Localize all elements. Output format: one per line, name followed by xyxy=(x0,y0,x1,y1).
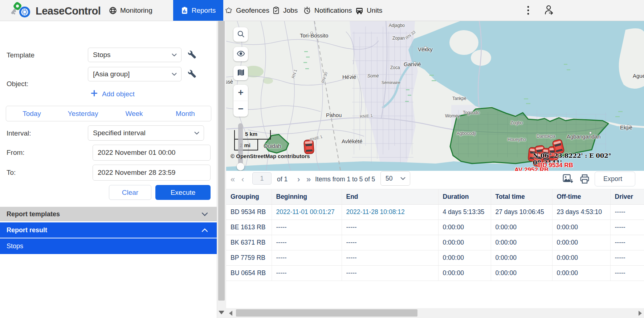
brand-name: LeaseControl xyxy=(36,5,101,17)
map-place-label: Tori-Bossito xyxy=(300,32,328,39)
value-cell: 0:00:00 xyxy=(438,266,491,281)
map-canvas[interactable]: + − 5 km 2 mi © OpenStreetMap contributo… xyxy=(226,21,644,171)
value-cell: ----- xyxy=(272,235,342,250)
value-cell: ----- xyxy=(342,250,438,266)
report-result-item-stops[interactable]: Stops xyxy=(0,238,217,254)
value-cell: ----- xyxy=(610,266,644,281)
vehicle-label-secondary[interactable]: AV 2952 RB xyxy=(514,166,549,171)
range-button-today[interactable]: Today xyxy=(6,106,57,121)
table-row: BP 7759 RB----------0:00:000:00:000:00:0… xyxy=(226,250,644,266)
add-object-button[interactable]: Add object xyxy=(91,90,135,98)
object-settings-wrench-icon[interactable] xyxy=(187,69,197,80)
zoom-controls: + − xyxy=(233,85,248,117)
unit-plate-cell: BP 7759 RB xyxy=(226,250,272,266)
next-page-button[interactable]: › xyxy=(297,174,300,185)
value-cell: ----- xyxy=(342,235,438,250)
zoom-slider-handle[interactable] xyxy=(237,163,244,170)
from-label: From: xyxy=(7,149,25,157)
template-select[interactable]: Stops xyxy=(88,48,182,62)
value-cell: 0:00:00 xyxy=(438,235,491,250)
map-layers-button[interactable] xyxy=(233,66,248,80)
chevron-down-icon xyxy=(172,53,177,57)
zoom-slider-track[interactable] xyxy=(238,123,243,168)
scrollbar-thumb[interactable] xyxy=(236,309,417,317)
map-place-label: Zopan xyxy=(392,36,405,41)
scale-bar xyxy=(234,130,235,150)
horizontal-scrollbar[interactable] xyxy=(226,308,644,318)
from-datetime-input[interactable]: 2022 November 01 00:00 xyxy=(93,145,211,161)
value-cell[interactable]: 2022-11-01 00:01:27 xyxy=(272,205,342,220)
town-dot xyxy=(627,125,629,127)
value-cell: ----- xyxy=(342,220,438,235)
object-label: Object: xyxy=(7,80,28,88)
leasecontrol-logo-icon xyxy=(10,1,33,20)
page-size-select[interactable]: 50 xyxy=(380,171,410,186)
chevron-down-icon xyxy=(172,73,177,76)
eye-icon xyxy=(236,49,245,60)
nav-item-units[interactable]: Units xyxy=(354,0,384,21)
scroll-left-arrow[interactable] xyxy=(229,311,232,316)
geofence-icon xyxy=(225,7,233,15)
value-cell: ----- xyxy=(272,266,342,281)
save-image-icon[interactable] xyxy=(562,173,573,186)
to-datetime-input[interactable]: 2022 November 28 23:59 xyxy=(93,165,211,181)
nav-item-reports[interactable]: Reports xyxy=(173,0,223,21)
object-select[interactable]: [Asia group] xyxy=(88,67,182,81)
map-search-button[interactable] xyxy=(233,27,248,42)
column-header-total-time: Total time xyxy=(491,189,552,205)
quick-range-group: TodayYesterdayWeekMonth xyxy=(6,106,211,121)
search-icon xyxy=(237,30,245,40)
page-number-input[interactable] xyxy=(252,172,272,185)
execute-button[interactable]: Execute xyxy=(155,185,211,200)
town-dot xyxy=(349,75,351,78)
nav-item-notifications[interactable]: Notifications xyxy=(302,0,354,21)
unit-plate-cell: BU 0654 RB xyxy=(226,266,272,281)
range-button-yesterday[interactable]: Yesterday xyxy=(57,106,109,121)
value-cell: 0:00:00 xyxy=(552,250,610,266)
scroll-right-arrow[interactable] xyxy=(639,311,642,316)
map-place-label: Agbocodji xyxy=(457,131,476,136)
page-count-label: of 1 xyxy=(277,176,288,183)
first-page-button[interactable]: « xyxy=(231,174,235,185)
report-result-section-header[interactable]: Report result xyxy=(0,222,217,238)
to-label: To: xyxy=(7,169,16,177)
map-place-label: Zoca xyxy=(390,65,400,70)
export-button[interactable]: Export xyxy=(595,172,635,186)
value-cell: ----- xyxy=(610,250,644,266)
nav-item-geofences[interactable]: Geofences xyxy=(223,0,271,21)
unit-plate-cell: BK 6371 RB xyxy=(226,235,272,250)
clear-button[interactable]: Clear xyxy=(109,185,151,200)
globe-icon xyxy=(109,7,117,15)
panel-scrollbar[interactable] xyxy=(217,21,226,318)
map-visibility-button[interactable] xyxy=(233,47,248,61)
map-place-label: ssè xyxy=(226,79,233,85)
nav-item-monitoring[interactable]: Monitoring xyxy=(107,0,154,21)
map-place-label: Houeyiho xyxy=(508,137,526,142)
value-cell: 0:00:00 xyxy=(552,266,610,281)
prev-page-button[interactable]: ‹ xyxy=(241,174,244,185)
vehicle-marker[interactable] xyxy=(304,140,314,154)
brand[interactable]: LeaseControl xyxy=(10,1,101,20)
user-logout-icon[interactable] xyxy=(544,5,554,17)
column-header-duration: Duration xyxy=(438,189,491,205)
kebab-menu-icon[interactable] xyxy=(527,5,529,17)
value-cell: 0:00:00 xyxy=(438,220,491,235)
top-nav: LeaseControl MonitoringReportsGeofencesJ… xyxy=(0,0,644,21)
template-settings-wrench-icon[interactable] xyxy=(187,50,197,61)
report-templates-section-header[interactable]: Report templates xyxy=(0,207,217,221)
nav-item-jobs[interactable]: Jobs xyxy=(271,0,299,21)
range-button-week[interactable]: Week xyxy=(109,106,160,121)
range-button-month[interactable]: Month xyxy=(160,106,211,121)
zoom-in-button[interactable]: + xyxy=(233,85,248,101)
last-page-button[interactable]: » xyxy=(306,174,311,185)
value-cell[interactable]: 2022-11-28 10:08:12 xyxy=(342,205,438,220)
zoom-out-button[interactable]: − xyxy=(233,101,248,117)
interval-select[interactable]: Specified interval xyxy=(88,125,204,141)
town-dot xyxy=(589,132,592,134)
column-header-beginning: Beginning xyxy=(272,189,342,205)
map-place-label: Ganvié xyxy=(404,61,421,67)
chevron-down-icon xyxy=(400,177,405,180)
scroll-down-arrow[interactable] xyxy=(219,311,224,314)
scrollbar-thumb[interactable] xyxy=(218,21,225,301)
print-icon[interactable] xyxy=(579,173,590,186)
